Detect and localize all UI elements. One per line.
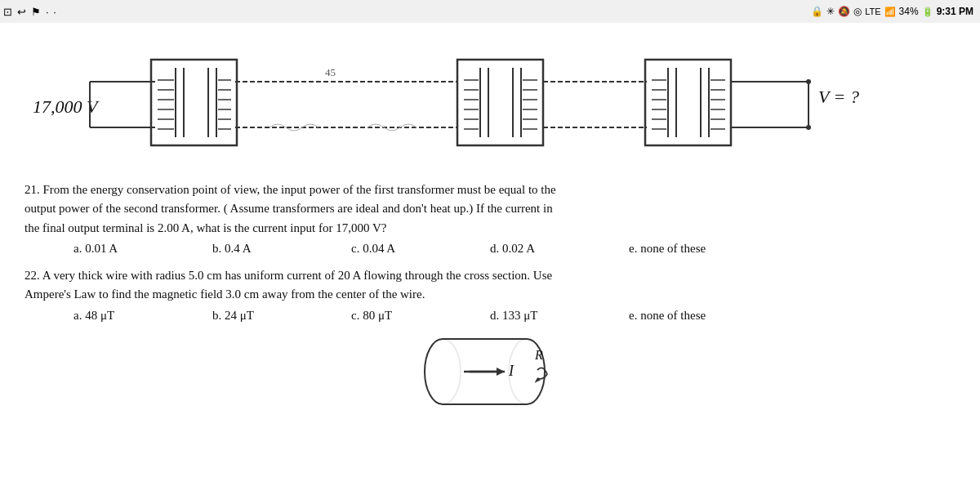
q22-answers: a. 48 μT b. 24 μT c. 80 μT d. 133 μT e. … — [24, 306, 956, 325]
q22-answer-e: e. none of these — [629, 306, 743, 325]
svg-point-62 — [806, 125, 811, 130]
q22-line1: 22. A very thick wire with radius 5.0 cm… — [24, 269, 552, 282]
status-bar: ⊡ ↩ ⚑ · · 🔒 ✳ 🔕 ◎ LTE 📶 34% 🔋 9:31 PM — [0, 0, 980, 23]
svg-text:R: R — [534, 348, 543, 362]
back-icon: ↩ — [17, 6, 26, 18]
status-right: 🔒 ✳ 🔕 ◎ LTE 📶 34% 🔋 9:31 PM — [811, 6, 973, 17]
lock-icon: 🔒 — [811, 6, 823, 17]
transformer-diagram: 17,000 V — [24, 31, 956, 174]
v-equals-label: V = ? — [818, 87, 859, 107]
signal-icon: 🔕 — [838, 6, 850, 17]
svg-point-61 — [806, 79, 811, 84]
svg-text:45: 45 — [325, 66, 336, 78]
question-22-text: 22. A very thick wire with radius 5.0 cm… — [24, 266, 956, 305]
screenshot-icon: ⊡ — [3, 6, 12, 18]
q21-answer-b: b. 0.4 A — [212, 239, 351, 258]
lte-label: LTE — [865, 7, 880, 16]
question-21-text: 21. From the energy conservation point o… — [24, 181, 956, 238]
q21-answer-d: d. 0.02 A — [490, 239, 629, 258]
svg-rect-0 — [151, 60, 237, 145]
wire-current-diagram: I R — [24, 333, 956, 411]
q22-answer-c: c. 80 μT — [351, 306, 490, 325]
wire-diagram-svg: I R — [400, 333, 580, 411]
main-content: 17,000 V — [0, 23, 980, 477]
q21-line3: the final output terminal is 2.00 A, wha… — [24, 221, 386, 234]
q21-answers: a. 0.01 A b. 0.4 A c. 0.04 A d. 0.02 A e… — [24, 239, 956, 258]
q22-answer-a: a. 48 μT — [74, 306, 212, 325]
wifi-icon: ◎ — [853, 6, 862, 17]
q21-answer-c: c. 0.04 A — [351, 239, 490, 258]
q21-line2: output power of the second transformer. … — [24, 202, 553, 215]
q21-answer-e: e. none of these — [629, 239, 743, 258]
q22-answer-d: d. 133 μT — [490, 306, 629, 325]
question-21-block: 21. From the energy conservation point o… — [24, 181, 956, 258]
q22-answer-b: b. 24 μT — [212, 306, 351, 325]
status-left-icons: ⊡ ↩ ⚑ · · — [3, 6, 57, 18]
svg-rect-22 — [457, 60, 543, 145]
dots-icon: · · — [46, 6, 57, 18]
star-icon: ✳ — [826, 6, 835, 17]
q21-number: 21. From the energy conservation point o… — [24, 183, 556, 196]
svg-rect-39 — [645, 60, 731, 145]
battery-percent: 34% — [899, 6, 919, 17]
q22-line2: Ampere's Law to find the magnetic field … — [24, 288, 425, 301]
flag-icon: ⚑ — [31, 6, 41, 18]
diagram-svg: 17,000 V — [24, 31, 956, 174]
time-display: 9:31 PM — [937, 6, 973, 17]
signal-bars: 📶 — [884, 7, 896, 17]
svg-text:I: I — [508, 363, 514, 379]
q21-answer-a: a. 0.01 A — [74, 239, 212, 258]
battery-icon: 🔋 — [922, 7, 933, 17]
question-22-block: 22. A very thick wire with radius 5.0 cm… — [24, 266, 956, 325]
